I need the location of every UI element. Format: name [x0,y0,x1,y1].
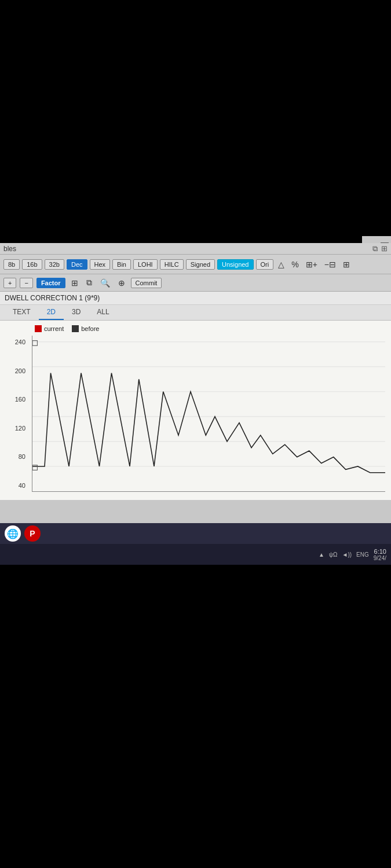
legend-current-label: current [44,325,64,332]
btn-factor[interactable]: Factor [36,278,65,288]
copy-icon[interactable]: ⧉ [84,277,94,289]
taskbar: 🌐 P [0,523,391,544]
chart-container: 240 200 160 120 80 40 [0,336,391,492]
chart-line [32,373,385,473]
y-label-120: 120 [2,425,25,432]
btn-plus[interactable]: + [3,278,16,288]
btn-bin[interactable]: Bin [112,259,131,270]
y-label-80: 80 [2,453,25,460]
system-tray: ▲ ψΩ ◄)) ENG 6:10 9/24/ [0,544,391,565]
chart-legend: current before [0,325,391,336]
tab-2d[interactable]: 2D [39,305,64,320]
tab-all[interactable]: ALL [89,305,117,320]
svg-rect-7 [32,465,37,470]
btn-32b[interactable]: 32b [45,259,64,270]
toolbar-row1: 8b 16b 32b Dec Hex Bin LOHI HILC Signed … [0,255,391,274]
tabs-row: TEXT 2D 3D ALL [0,305,391,321]
grid-icon[interactable]: ⊞ [341,259,352,270]
legend-before: before [72,325,99,332]
chart-svg [32,336,385,492]
chart-area: current before 240 200 160 120 80 40 [0,321,391,500]
btn-commit[interactable]: Commit [131,278,162,288]
btn-signed[interactable]: Signed [186,259,215,270]
legend-before-label: before [81,325,99,332]
clock-time: 6:10 [374,548,386,555]
btn-ori[interactable]: Ori [256,259,274,270]
table-name-text: DWELL CORRECTION 1 (9*9) [5,294,100,302]
tab-3d[interactable]: 3D [64,305,89,320]
y-label-160: 160 [2,396,25,403]
chrome-taskbar-icon[interactable]: 🌐 [5,525,21,542]
grid-plus-icon[interactable]: ⊞+ [304,259,320,270]
btn-lohi[interactable]: LOHI [133,259,158,270]
window-icon-2[interactable]: ⊞ [381,244,388,253]
grid2-icon[interactable]: ⊞ [69,277,81,289]
legend-current: current [35,325,64,332]
partial-window-title: bles [3,245,16,253]
btn-16b[interactable]: 16b [22,259,42,270]
grid-minus-icon[interactable]: −⊟ [322,259,338,270]
btn-hex[interactable]: Hex [90,259,111,270]
y-label-200: 200 [2,367,25,374]
btn-minus[interactable]: − [20,278,32,288]
tray-lang: ENG [356,551,369,558]
tray-volume: ◄)) [342,551,352,558]
percent-icon[interactable]: % [289,259,301,270]
table-name-bar: DWELL CORRECTION 1 (9*9) [0,292,391,305]
tray-network: ψΩ [329,551,338,558]
y-label-40: 40 [2,482,25,489]
legend-current-box [35,325,42,332]
time-display: 6:10 9/24/ [374,548,386,561]
red-app-taskbar-icon[interactable]: P [24,525,41,542]
target-icon[interactable]: ⊕ [116,277,127,289]
btn-dec[interactable]: Dec [67,259,87,270]
toolbar-row2: + − Factor ⊞ ⧉ 🔍 ⊕ Commit [0,274,391,292]
btn-unsigned[interactable]: Unsigned [217,259,253,270]
window-controls[interactable]: ⧉ ⊞ [372,244,388,253]
btn-hilc[interactable]: HILC [160,259,184,270]
app-window: bles ⧉ ⊞ 8b 16b 32b Dec Hex Bin LOHI HIL… [0,243,391,550]
tray-arrow: ▲ [319,551,324,558]
search-icon[interactable]: 🔍 [98,277,112,289]
window-icon-1[interactable]: ⧉ [372,244,378,253]
clock-date: 9/24/ [374,555,386,561]
btn-8b[interactable]: 8b [3,259,20,270]
legend-before-box [72,325,79,332]
svg-rect-6 [32,341,37,346]
y-axis-labels: 240 200 160 120 80 40 [2,336,25,492]
delta-icon[interactable]: △ [276,259,287,270]
tab-text[interactable]: TEXT [5,305,39,320]
y-label-240: 240 [2,339,25,345]
